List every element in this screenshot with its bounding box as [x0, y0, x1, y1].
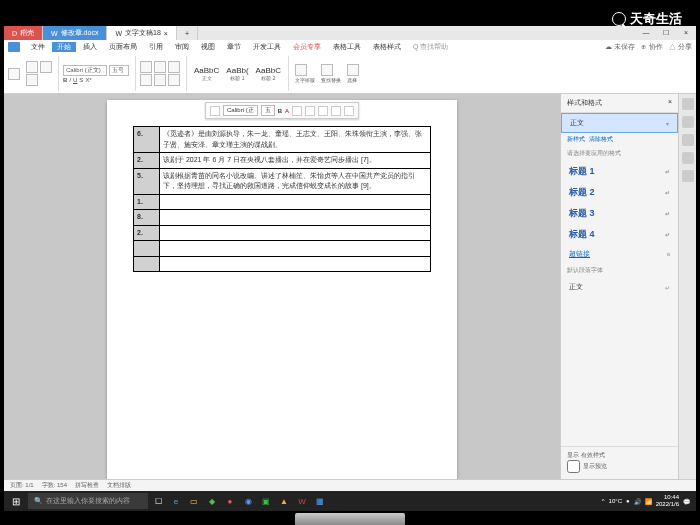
ft-handle-icon[interactable]: [210, 106, 220, 116]
indent-icon[interactable]: [168, 61, 180, 73]
find-icon[interactable]: [321, 64, 333, 76]
strike-button[interactable]: S: [79, 77, 83, 83]
table-row[interactable]: 2.: [134, 225, 431, 241]
close-button[interactable]: ×: [676, 29, 696, 37]
save-status[interactable]: ☁ 未保存: [605, 42, 635, 52]
ft-font[interactable]: Calibri (正: [223, 105, 258, 116]
menu-ref[interactable]: 引用: [144, 42, 168, 52]
align-left-icon[interactable]: [140, 74, 152, 86]
row-content[interactable]: [160, 225, 431, 241]
menu-file[interactable]: 文件: [26, 42, 50, 52]
tab-new[interactable]: +: [177, 26, 198, 40]
new-style-link[interactable]: 新样式: [567, 135, 585, 144]
row-content[interactable]: [160, 210, 431, 226]
panel-close-icon[interactable]: ×: [668, 98, 672, 108]
app-logo-icon[interactable]: [8, 42, 20, 52]
style-heading1[interactable]: 标题 1↵: [561, 161, 678, 182]
table-row[interactable]: 2.该剧于 2021 年 6 月 7 日在央视八套播出，并在爱奇艺同步播出 [7…: [134, 153, 431, 169]
menu-start[interactable]: 开始: [52, 42, 76, 52]
menu-chapter[interactable]: 章节: [222, 42, 246, 52]
edge-icon[interactable]: e: [168, 493, 184, 509]
table-row[interactable]: 1.: [134, 194, 431, 210]
typeset-status[interactable]: 文档排版: [107, 481, 131, 490]
style-heading4[interactable]: 标题 4↵: [561, 224, 678, 245]
clock[interactable]: 10:442022/1/6: [656, 494, 679, 507]
menu-layout[interactable]: 页面布局: [104, 42, 142, 52]
ft-highlight-icon[interactable]: [292, 106, 302, 116]
underline-button[interactable]: U: [73, 77, 77, 83]
current-style[interactable]: 正文▾: [561, 113, 678, 133]
tray-wifi-icon[interactable]: 📶: [645, 498, 652, 505]
style-heading3[interactable]: 标题 3↵: [561, 203, 678, 224]
style-normal[interactable]: AaBbC正文: [191, 65, 222, 82]
table-row[interactable]: 5.该剧根据青苗的同名小说改编。讲述了林楠笙、朱怡贞等人在中国共产党员的指引下，…: [134, 168, 431, 194]
row-number[interactable]: [134, 256, 160, 272]
taskbar-search[interactable]: 🔍在这里输入你要搜索的内容: [28, 493, 148, 509]
menu-tabletool[interactable]: 表格工具: [328, 42, 366, 52]
tab-doc1[interactable]: W修改章.docx: [43, 26, 107, 40]
painter-icon[interactable]: [26, 74, 38, 86]
tray-icon-2[interactable]: 🔊: [634, 498, 641, 505]
style-heading2[interactable]: 标题 2↵: [561, 182, 678, 203]
show-select[interactable]: 显示 有效样式: [567, 451, 672, 460]
style-hyperlink[interactable]: 超链接a: [561, 245, 678, 263]
row-content[interactable]: 该剧于 2021 年 6 月 7 日在央视八套播出，并在爱奇艺同步播出 [7]。: [160, 153, 431, 169]
rt-icon-5[interactable]: [682, 170, 694, 182]
app-icon-5[interactable]: ▲: [276, 493, 292, 509]
start-button[interactable]: ⊞: [6, 492, 26, 510]
row-number[interactable]: 8.: [134, 210, 160, 226]
row-content[interactable]: 《觅迹者》是由刘源执导，朱一龙、童瑶、王志文、王阳、朱珠领衔主演，李强、张子贤、…: [160, 127, 431, 153]
paste-icon[interactable]: [8, 68, 20, 80]
rt-icon-2[interactable]: [682, 116, 694, 128]
font-select[interactable]: Calibri (正文): [63, 65, 107, 76]
weather-tray[interactable]: 10°C: [609, 498, 622, 504]
app-icon-1[interactable]: ◆: [204, 493, 220, 509]
ft-merge-icon[interactable]: [331, 106, 341, 116]
row-content[interactable]: [160, 194, 431, 210]
content-table[interactable]: 6.《觅迹者》是由刘源执导，朱一龙、童瑶、王志文、王阳、朱珠领衔主演，李强、张子…: [133, 126, 431, 272]
menu-review[interactable]: 审阅: [170, 42, 194, 52]
copy-icon[interactable]: [40, 61, 52, 73]
table-row[interactable]: [134, 256, 431, 272]
maximize-button[interactable]: ☐: [656, 29, 676, 37]
help-search[interactable]: Q 查找帮助: [408, 42, 453, 52]
align-center-icon[interactable]: [154, 74, 166, 86]
row-number[interactable]: 6.: [134, 127, 160, 153]
menu-member[interactable]: 会员专享: [288, 42, 326, 52]
menu-view[interactable]: 视图: [196, 42, 220, 52]
coop-button[interactable]: ⊕ 协作: [641, 42, 663, 52]
row-number[interactable]: 2.: [134, 225, 160, 241]
ft-align-icon[interactable]: [318, 106, 328, 116]
rt-icon-3[interactable]: [682, 134, 694, 146]
row-content[interactable]: [160, 256, 431, 272]
rt-icon-1[interactable]: [682, 98, 694, 110]
word-count[interactable]: 字数: 154: [42, 481, 67, 490]
ft-color[interactable]: A: [285, 108, 289, 114]
explorer-icon[interactable]: ▭: [186, 493, 202, 509]
menu-tablestyle[interactable]: 表格样式: [368, 42, 406, 52]
align-right-icon[interactable]: [168, 74, 180, 86]
row-number[interactable]: 5.: [134, 168, 160, 194]
app-icon-2[interactable]: ●: [222, 493, 238, 509]
notification-icon[interactable]: 💬: [683, 498, 690, 505]
tab-home[interactable]: D稻壳: [4, 26, 43, 40]
row-number[interactable]: 1.: [134, 194, 160, 210]
style-more-icon[interactable]: [295, 64, 307, 76]
style-h2[interactable]: AaBbC标题 2: [253, 65, 284, 82]
task-view-icon[interactable]: ☐: [150, 493, 166, 509]
menu-insert[interactable]: 插入: [78, 42, 102, 52]
tray-up-icon[interactable]: ^: [602, 498, 605, 504]
ft-bold[interactable]: B: [278, 108, 282, 114]
tray-icon-1[interactable]: ●: [626, 498, 630, 504]
super-button[interactable]: X²: [85, 77, 91, 83]
style-body[interactable]: 正文↵: [561, 278, 678, 296]
show-preview-check[interactable]: 显示预览: [567, 460, 672, 473]
style-h1[interactable]: AaBb(标题 1: [223, 65, 251, 82]
bullets-icon[interactable]: [140, 61, 152, 73]
clear-format-link[interactable]: 清除格式: [589, 135, 613, 144]
ft-split-icon[interactable]: [344, 106, 354, 116]
app-icon-3[interactable]: ◉: [240, 493, 256, 509]
page-count[interactable]: 页面: 1/1: [10, 481, 34, 490]
document-area[interactable]: Calibri (正 五 B A 6.《觅迹者》是由刘源执导，朱一龙、童瑶、王志…: [4, 94, 560, 479]
row-number[interactable]: 2.: [134, 153, 160, 169]
